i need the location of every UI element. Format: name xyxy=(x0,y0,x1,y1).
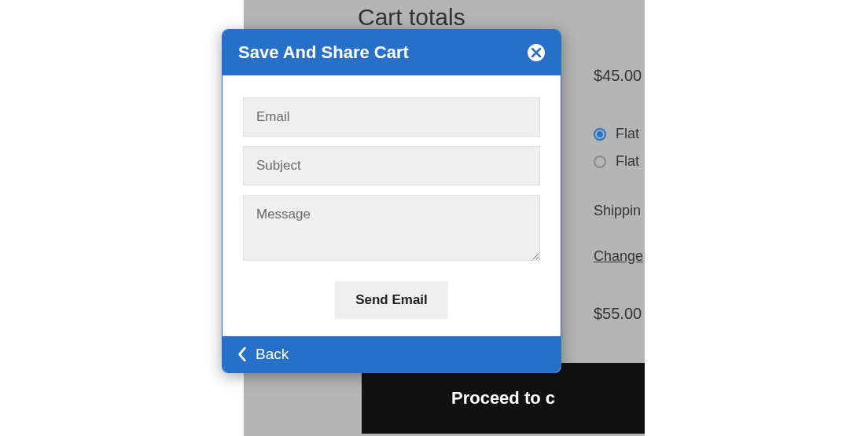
shipping-option-label: Flat xyxy=(616,153,639,170)
radio-unchecked-icon xyxy=(594,156,606,168)
share-cart-modal: Save And Share Cart Send Email Back xyxy=(222,29,561,373)
send-email-button[interactable]: Send Email xyxy=(335,281,448,319)
subject-field[interactable] xyxy=(243,146,540,185)
change-address-link[interactable]: Change xyxy=(594,248,643,265)
shipping-option-1[interactable]: Flat xyxy=(594,126,639,142)
checkout-label: Proceed to c xyxy=(451,388,555,409)
subtotal-value: $45.00 xyxy=(594,67,642,85)
cart-totals-heading: Cart totals xyxy=(358,4,465,31)
close-icon[interactable] xyxy=(528,44,545,61)
modal-header: Save And Share Cart xyxy=(223,30,561,75)
shipping-option-2[interactable]: Flat xyxy=(594,153,639,170)
send-row: Send Email xyxy=(243,281,540,319)
radio-checked-icon xyxy=(594,128,606,141)
modal-body: Send Email xyxy=(223,75,561,336)
shipping-text: Shippin xyxy=(594,203,641,219)
proceed-checkout-button[interactable]: Proceed to c xyxy=(362,363,645,434)
shipping-options: Flat Flat xyxy=(594,126,639,181)
back-button[interactable]: Back xyxy=(223,336,561,372)
chevron-left-icon xyxy=(237,347,248,361)
shipping-option-label: Flat xyxy=(616,126,639,142)
email-field[interactable] xyxy=(243,97,540,137)
back-label: Back xyxy=(256,346,289,363)
message-field[interactable] xyxy=(243,195,540,261)
total-value: $55.00 xyxy=(594,305,642,323)
modal-title: Save And Share Cart xyxy=(238,42,409,63)
